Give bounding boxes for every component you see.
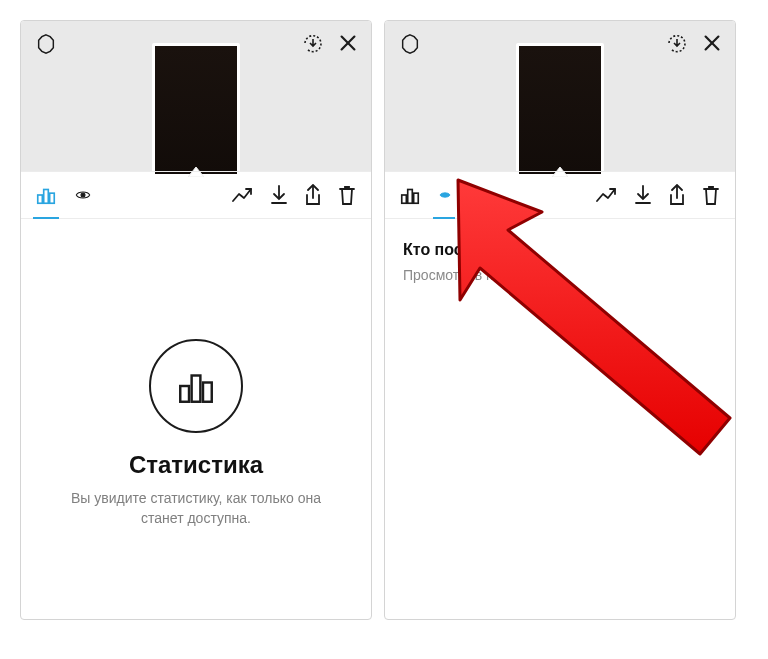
stats-title: Статистика [129, 451, 263, 479]
stats-tab-icon[interactable] [399, 184, 421, 206]
svg-rect-12 [192, 376, 201, 402]
story-preview-area [385, 21, 735, 171]
svg-rect-5 [44, 190, 49, 204]
stats-illustration-icon [149, 339, 243, 433]
svg-rect-13 [203, 383, 212, 402]
download-icon[interactable] [633, 184, 653, 206]
svg-rect-11 [180, 386, 189, 402]
content-views: Кто посмо Просмотров п [385, 219, 735, 619]
tab-bar [21, 171, 371, 219]
delete-icon[interactable] [337, 184, 357, 206]
svg-rect-19 [408, 190, 413, 204]
tab-bar [385, 171, 735, 219]
svg-marker-14 [403, 35, 418, 53]
svg-point-21 [444, 194, 447, 197]
story-preview-area [21, 21, 371, 171]
download-icon[interactable] [269, 184, 289, 206]
views-subtitle: Просмотров п [403, 267, 717, 283]
svg-rect-20 [414, 193, 419, 203]
views-tab-icon[interactable] [439, 189, 451, 201]
save-story-icon[interactable] [301, 31, 325, 55]
svg-point-7 [81, 193, 85, 197]
story-thumbnail[interactable] [516, 43, 604, 177]
delete-icon[interactable] [701, 184, 721, 206]
close-icon[interactable] [701, 32, 723, 54]
svg-rect-18 [402, 195, 407, 203]
svg-marker-0 [39, 35, 54, 53]
promote-icon[interactable] [595, 185, 619, 205]
settings-icon[interactable] [399, 33, 421, 55]
share-icon[interactable] [303, 184, 323, 206]
story-thumbnail[interactable] [152, 43, 240, 177]
settings-icon[interactable] [35, 33, 57, 55]
share-icon[interactable] [667, 184, 687, 206]
save-story-icon[interactable] [665, 31, 689, 55]
screen-views: Кто посмо Просмотров п [384, 20, 736, 620]
stats-tab-icon[interactable] [35, 184, 57, 206]
content-stats: Статистика Вы увидите статистику, как то… [21, 219, 371, 619]
views-title: Кто посмо [403, 241, 717, 259]
views-tab-icon[interactable] [75, 187, 91, 203]
close-icon[interactable] [337, 32, 359, 54]
screen-stats: Статистика Вы увидите статистику, как то… [20, 20, 372, 620]
promote-icon[interactable] [231, 185, 255, 205]
svg-rect-6 [50, 193, 55, 203]
svg-rect-4 [38, 195, 43, 203]
stats-subtitle: Вы увидите статистику, как только она ст… [56, 489, 336, 528]
